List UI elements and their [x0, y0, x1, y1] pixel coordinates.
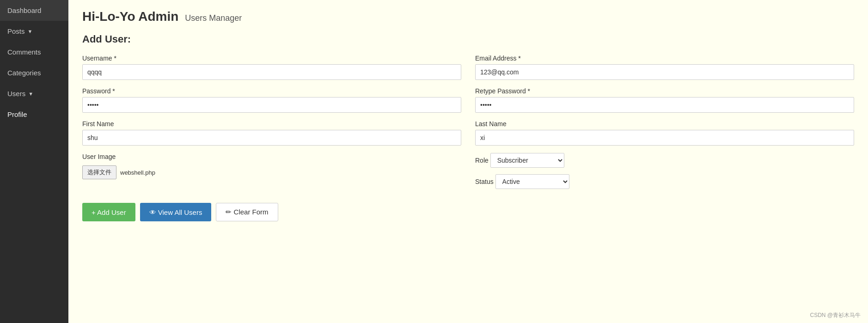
sidebar-item-label: Dashboard — [7, 6, 41, 14]
file-input-area: 选择文件 webshell.php — [82, 165, 461, 179]
first-name-input[interactable] — [82, 130, 461, 146]
last-name-input[interactable] — [475, 130, 854, 146]
first-name-group: First Name — [82, 120, 461, 146]
form-row-2: Password * Retype Password * — [82, 87, 854, 113]
last-name-group: Last Name — [475, 120, 854, 146]
role-status-group: Role Subscriber Editor Administrator Sta… — [475, 153, 854, 189]
password-label: Password * — [82, 87, 461, 95]
watermark: CSDN @青衫木马牛 — [810, 311, 861, 319]
form-row-1: Username * Email Address * — [82, 55, 854, 80]
app-name: Hi-Lo-Yo Admin — [82, 9, 178, 24]
retype-password-group: Retype Password * — [475, 87, 854, 113]
role-label: Role — [475, 157, 489, 164]
sidebar-item-posts[interactable]: Posts ▼ — [0, 21, 68, 42]
sidebar-item-users[interactable]: Users ▼ — [0, 83, 68, 104]
last-name-label: Last Name — [475, 120, 854, 128]
view-all-users-button[interactable]: 👁 View All Users — [140, 203, 212, 221]
chevron-down-icon: ▼ — [28, 29, 33, 34]
email-group: Email Address * — [475, 55, 854, 80]
role-select[interactable]: Subscriber Editor Administrator — [490, 153, 564, 168]
file-name: webshell.php — [120, 169, 155, 176]
user-image-label: User Image — [82, 153, 461, 160]
main-content: Hi-Lo-Yo Admin Users Manager Add User: U… — [68, 0, 868, 323]
sidebar-item-label: Users — [7, 90, 25, 98]
sidebar-item-dashboard[interactable]: Dashboard — [0, 0, 68, 21]
status-select[interactable]: Active Inactive — [495, 174, 569, 189]
form-row-3: First Name Last Name — [82, 120, 854, 146]
username-group: Username * — [82, 55, 461, 80]
add-user-button[interactable]: + Add User — [82, 203, 135, 221]
sidebar-item-label: Categories — [7, 69, 41, 77]
sidebar-item-categories[interactable]: Categories — [0, 62, 68, 83]
sidebar-item-profile[interactable]: Profile — [0, 104, 68, 125]
clear-form-button[interactable]: ✏ Clear Form — [216, 203, 278, 221]
sidebar-item-comments[interactable]: Comments — [0, 42, 68, 62]
password-group: Password * — [82, 87, 461, 113]
page-header: Hi-Lo-Yo Admin Users Manager — [82, 9, 854, 24]
password-input[interactable] — [82, 97, 461, 113]
file-choose-button[interactable]: 选择文件 — [82, 165, 116, 179]
page-subtitle: Users Manager — [185, 13, 242, 23]
section-title: Add User: — [82, 33, 854, 45]
email-label: Email Address * — [475, 55, 854, 62]
retype-password-label: Retype Password * — [475, 87, 854, 95]
sidebar: Dashboard Posts ▼ Comments Categories Us… — [0, 0, 68, 323]
username-label: Username * — [82, 55, 461, 62]
user-image-group: User Image 选择文件 webshell.php — [82, 153, 461, 189]
chevron-down-icon: ▼ — [28, 91, 33, 97]
status-label: Status — [475, 178, 494, 185]
retype-password-input[interactable] — [475, 97, 854, 113]
sidebar-item-label: Profile — [7, 110, 27, 118]
username-input[interactable] — [82, 64, 461, 80]
first-name-label: First Name — [82, 120, 461, 128]
form-row-4: User Image 选择文件 webshell.php Role Subscr… — [82, 153, 854, 189]
form-buttons: + Add User 👁 View All Users ✏ Clear Form — [82, 203, 854, 221]
sidebar-item-label: Posts — [7, 27, 25, 35]
sidebar-item-label: Comments — [7, 48, 41, 56]
email-input[interactable] — [475, 64, 854, 80]
